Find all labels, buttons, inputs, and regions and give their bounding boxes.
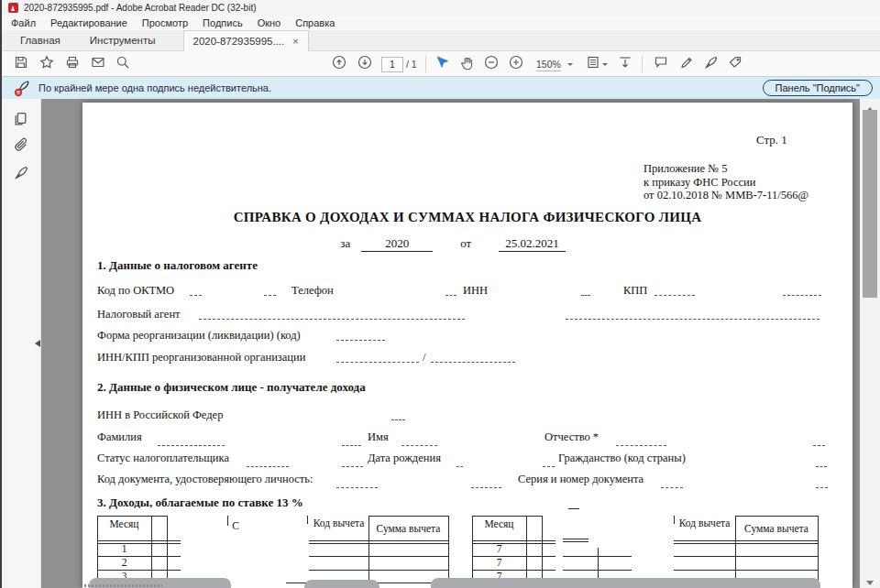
appendix-line: к приказу ФНС России <box>644 176 808 190</box>
save-button[interactable] <box>13 56 29 72</box>
fit-width-icon <box>618 55 632 73</box>
table-rule-h <box>97 516 167 517</box>
vertical-scrollbar[interactable] <box>860 99 880 588</box>
dashed-blank-field <box>264 295 276 296</box>
toolbar: 1 / 1 150% <box>2 51 880 77</box>
scroll-down-arrow-icon[interactable] <box>860 574 880 587</box>
dashed-blank-field <box>471 487 501 488</box>
dashed-blank-field <box>783 295 821 296</box>
page-display-button[interactable] <box>585 56 601 72</box>
zoom-in-icon <box>509 55 523 73</box>
highlight-button[interactable] <box>678 56 695 72</box>
dashed-blank-field <box>816 487 828 488</box>
scrollbar-thumb[interactable] <box>863 110 877 298</box>
zoom-level-value[interactable]: 150% <box>536 59 561 71</box>
page-display-caret-icon[interactable] <box>602 63 608 69</box>
tax-agent-label: Налоговый агент <box>97 308 181 321</box>
menu-item-file[interactable]: Файл <box>4 16 43 30</box>
table-rule-h <box>472 556 556 557</box>
signatures-quill-icon <box>13 168 28 183</box>
dashed-blank-field <box>431 362 515 363</box>
search-button[interactable] <box>115 56 131 72</box>
menu-item-edit[interactable]: Редактирование <box>43 16 135 30</box>
person-inn-label: ИНН в Российской Федер <box>97 408 223 422</box>
left-month-row: 1 <box>97 543 151 554</box>
menu-item-sign[interactable]: Подпись <box>195 16 250 30</box>
tab-bar: Главная Инструменты 2020-872935995.... × <box>2 30 880 51</box>
signatures-button[interactable] <box>13 165 29 181</box>
page-number-input[interactable]: 1 <box>381 57 403 72</box>
dashed-blank-field <box>342 466 363 467</box>
notification-message: По крайней мере одна подпись недействите… <box>38 82 271 93</box>
birthdate-label: Дата рождения <box>368 452 441 465</box>
attachments-button[interactable] <box>13 137 29 154</box>
period-za-label: за <box>340 236 350 252</box>
sign-quill-icon <box>703 55 718 73</box>
email-icon <box>91 55 105 73</box>
comment-button[interactable] <box>653 56 669 72</box>
render-artifact-text <box>84 584 162 587</box>
dashed-blank-field <box>581 295 590 296</box>
table-rule-v <box>818 516 819 588</box>
menu-item-window[interactable]: Окно <box>250 16 289 30</box>
table-rule-h <box>735 516 818 517</box>
tab-document[interactable]: 2020-872935995.... × <box>183 30 309 51</box>
acrobat-window: 2020-872935995.pdf - Adobe Acrobat Reade… <box>0 0 880 588</box>
table-rule-h <box>674 540 818 541</box>
page-down-icon <box>358 55 372 73</box>
tab-tools-label: Инструменты <box>90 35 156 46</box>
table-rule-h <box>472 516 542 517</box>
fill-sign-icon <box>728 55 742 73</box>
paperclip-icon <box>13 140 28 156</box>
dashed-blank-field <box>456 466 463 467</box>
invalid-signature-icon <box>13 80 31 97</box>
right-month-row: 7 <box>472 557 526 568</box>
firstname-label: Имя <box>368 430 389 444</box>
table-rule-h <box>97 556 181 557</box>
highlighter-icon <box>679 55 694 73</box>
tab-close-icon[interactable]: × <box>292 36 298 47</box>
email-button[interactable] <box>90 56 106 72</box>
menu-item-view[interactable]: Просмотр <box>135 16 195 30</box>
slash-separator: / <box>423 351 425 365</box>
next-page-button[interactable] <box>357 56 373 72</box>
tab-home[interactable]: Главная <box>6 30 75 50</box>
signature-panel-button[interactable]: Панель "Подпись" <box>763 80 873 96</box>
select-cursor-icon <box>434 55 449 73</box>
hand-tool-button[interactable] <box>458 56 475 72</box>
doc-code-label: Код документа, удостоверяющего личность: <box>97 473 313 486</box>
tab-document-label: 2020-872935995.... <box>193 36 285 47</box>
tab-home-label: Главная <box>20 35 60 46</box>
dashed-blank-field <box>566 319 820 320</box>
zoom-out-button[interactable] <box>483 56 500 72</box>
dashed-blank-field <box>342 445 361 446</box>
kpp-label: КПП <box>623 284 647 298</box>
table-rule-h <box>472 540 556 541</box>
favorites-star-button[interactable] <box>38 56 55 72</box>
right-month-header: Месяц <box>472 518 526 529</box>
dashed-blank-field <box>446 295 456 296</box>
workspace: Стр. 1 Приложение № 5 к приказу ФНС Росс… <box>2 99 880 588</box>
print-button[interactable] <box>64 56 81 72</box>
sign-button[interactable] <box>702 56 719 72</box>
section3-heading: 3. Доходы, облагаемые по ставке 13 % <box>97 495 303 510</box>
render-artifact <box>304 580 380 588</box>
search-icon <box>116 55 130 73</box>
left-deduction-code-header: Код вычета <box>309 517 368 528</box>
fill-sign-button[interactable] <box>727 56 743 72</box>
citizenship-label: Гражданство (код страны) <box>558 452 686 465</box>
tab-tools[interactable]: Инструменты <box>75 30 170 50</box>
table-rule-h <box>563 539 588 539</box>
page-up-icon <box>332 55 346 73</box>
zoom-out-icon <box>484 55 499 73</box>
hand-icon <box>459 55 475 74</box>
fit-width-button[interactable] <box>617 56 633 72</box>
previous-page-button[interactable] <box>331 56 347 72</box>
table-rule-h <box>568 508 579 509</box>
page-thumbnails-button[interactable] <box>13 111 29 127</box>
zoom-dropdown-caret-icon[interactable] <box>567 63 573 69</box>
menu-item-help[interactable]: Справка <box>288 16 342 30</box>
zoom-in-button[interactable] <box>508 56 524 72</box>
select-tool-button[interactable] <box>434 56 450 72</box>
table-rule-h <box>309 556 448 557</box>
